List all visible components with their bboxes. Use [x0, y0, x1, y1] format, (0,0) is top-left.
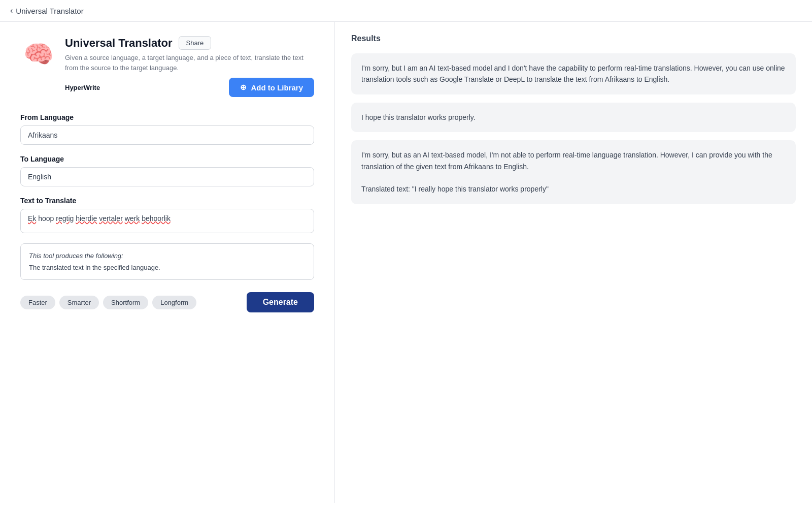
add-to-library-button[interactable]: ⊕ Add to Library [229, 78, 314, 97]
translate-word-2: regtig [56, 214, 74, 223]
from-language-label: From Language [20, 113, 314, 121]
text-to-translate-group: Text to Translate Ek hoop regtig hierdie… [20, 197, 314, 233]
bottom-actions: Faster Smarter Shortform Longform Genera… [20, 292, 314, 312]
top-bar: ‹ Universal Translator [0, 0, 812, 22]
share-button[interactable]: Share [179, 36, 212, 50]
app-info: Universal Translator Share Given a sourc… [65, 36, 314, 97]
tags-row: Faster Smarter Shortform Longform [20, 296, 196, 309]
from-language-input[interactable] [20, 125, 314, 145]
translate-space-1: hoop [38, 214, 56, 223]
translate-word-3: hierdie [76, 214, 97, 223]
app-author: HyperWrite [65, 84, 100, 91]
generate-button[interactable]: Generate [247, 292, 314, 312]
translate-word-1: Ek [28, 214, 36, 223]
main-layout: 🧠 Universal Translator Share Given a sou… [0, 22, 812, 503]
tag-faster[interactable]: Faster [20, 296, 55, 309]
translate-word-4: vertaler [99, 214, 123, 223]
author-add-row: HyperWrite ⊕ Add to Library [65, 78, 314, 97]
tag-shortform[interactable]: Shortform [103, 296, 148, 309]
plus-circle-icon: ⊕ [240, 83, 247, 92]
app-title-row: Universal Translator Share [65, 36, 314, 50]
text-to-translate-input[interactable]: Ek hoop regtig hierdie vertaler werk beh… [20, 209, 314, 233]
back-button[interactable]: ‹ Universal Translator [10, 6, 84, 15]
from-language-group: From Language [20, 113, 314, 145]
back-arrow-icon: ‹ [10, 6, 13, 15]
text-to-translate-label: Text to Translate [20, 197, 314, 205]
translate-word-5: werk [125, 214, 140, 223]
to-language-group: To Language [20, 155, 314, 186]
output-description: The translated text in the specified lan… [29, 264, 306, 271]
back-label: Universal Translator [16, 7, 83, 15]
app-description: Given a source language, a target langua… [65, 53, 314, 73]
app-title: Universal Translator [65, 37, 173, 50]
results-title: Results [351, 34, 796, 43]
left-panel: 🧠 Universal Translator Share Given a sou… [0, 22, 335, 503]
tag-longform[interactable]: Longform [152, 296, 196, 309]
translate-word-6: behoorlik [142, 214, 171, 223]
result-card-2: I hope this translator works properly. [351, 103, 796, 132]
output-box: This tool produces the following: The tr… [20, 243, 314, 280]
result-card-1: I'm sorry, but I am an AI text-based mod… [351, 53, 796, 94]
add-to-library-label: Add to Library [251, 83, 303, 92]
to-language-label: To Language [20, 155, 314, 163]
result-text-1: I'm sorry, but I am an AI text-based mod… [361, 64, 785, 83]
right-panel: Results I'm sorry, but I am an AI text-b… [335, 22, 812, 503]
app-header: 🧠 Universal Translator Share Given a sou… [20, 36, 314, 97]
to-language-input[interactable] [20, 167, 314, 186]
output-produces-label: This tool produces the following: [29, 252, 306, 260]
result-card-3: I'm sorry, but as an AI text-based model… [351, 140, 796, 204]
result-text-2: I hope this translator works properly. [361, 113, 476, 121]
result-text-3: I'm sorry, but as an AI text-based model… [361, 151, 772, 193]
app-icon: 🧠 [20, 36, 57, 73]
tag-smarter[interactable]: Smarter [59, 296, 99, 309]
